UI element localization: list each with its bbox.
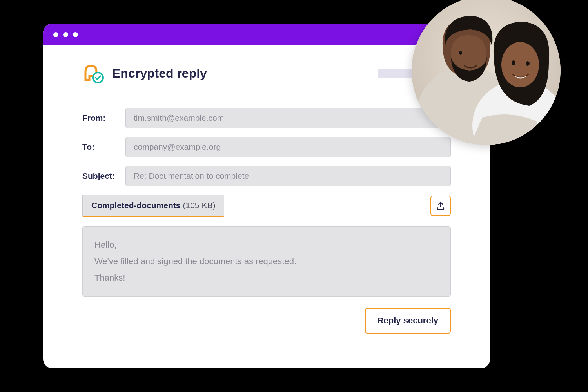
subject-input[interactable]: Re: Documentation to complete (125, 166, 451, 186)
avatar-image (412, 0, 561, 145)
app-logo-icon (82, 64, 104, 83)
subject-row: Subject: Re: Documentation to complete (82, 166, 451, 186)
attachment-chip[interactable]: Completed-documents (105 KB) (82, 195, 224, 217)
attachment-name: Completed-documents (91, 201, 181, 210)
upload-icon (436, 201, 445, 211)
to-input[interactable]: company@example.org (125, 137, 451, 157)
reply-securely-button[interactable]: Reply securely (365, 308, 451, 334)
svg-point-4 (459, 51, 462, 55)
to-row: To: company@example.org (82, 137, 451, 157)
svg-point-7 (512, 60, 515, 65)
from-row: From: tim.smith@example.com (82, 108, 451, 128)
page-title: Encrypted reply (112, 66, 207, 81)
window-control-dot[interactable] (73, 32, 78, 37)
header: Encrypted reply (82, 64, 451, 94)
subject-label: Subject: (82, 171, 125, 181)
message-body[interactable]: Hello, We've filled and signed the docum… (82, 226, 451, 297)
attachment-size: (105 KB) (183, 201, 216, 210)
window-control-dot[interactable] (53, 32, 58, 37)
attachment-row: Completed-documents (105 KB) (82, 195, 451, 217)
from-label: From: (82, 113, 125, 123)
action-row: Reply securely (82, 308, 451, 334)
to-label: To: (82, 142, 125, 152)
svg-point-8 (526, 61, 530, 66)
upload-button[interactable] (430, 196, 451, 216)
window-control-dot[interactable] (63, 32, 68, 37)
from-input[interactable]: tim.smith@example.com (125, 108, 451, 128)
svg-point-6 (501, 42, 539, 87)
